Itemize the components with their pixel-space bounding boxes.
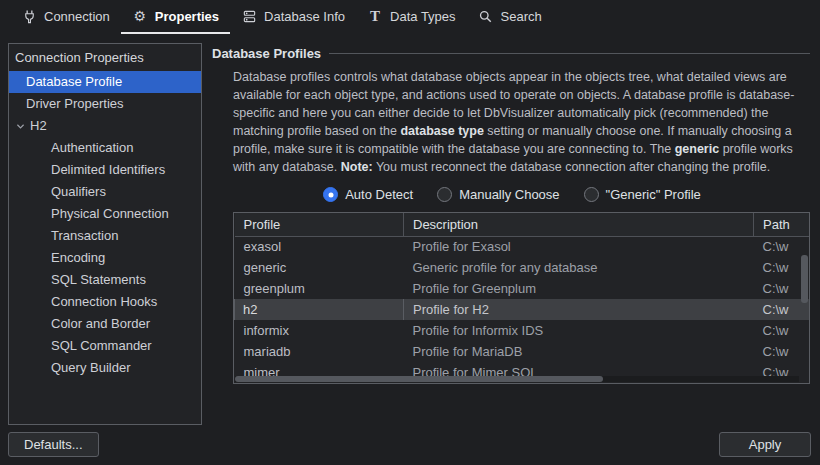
table-row-mariadb[interactable]: mariadb Profile for MariaDB C:\w xyxy=(235,341,810,362)
radio-generic-profile[interactable]: "Generic" Profile xyxy=(584,187,701,202)
top-tab-bar: Connection ⚙ Properties Database Info T … xyxy=(0,0,820,34)
tab-properties[interactable]: ⚙ Properties xyxy=(121,0,230,34)
radio-label: "Generic" Profile xyxy=(606,187,701,202)
sidebar-item-label: Database Profile xyxy=(26,71,122,93)
sidebar-item-color-and-border[interactable]: Color and Border xyxy=(9,313,201,335)
desc-text: You must reconnect the database connecti… xyxy=(373,160,771,174)
sidebar-item-label: Driver Properties xyxy=(26,93,124,115)
sidebar-item-label: Connection Hooks xyxy=(51,291,157,313)
sidebar-item-label: Query Builder xyxy=(51,357,130,379)
tab-data-types-label: Data Types xyxy=(390,9,456,24)
tab-database-info[interactable]: Database Info xyxy=(230,0,356,34)
app-window: Connection ⚙ Properties Database Info T … xyxy=(0,0,820,465)
cell-profile: h2 xyxy=(235,299,404,320)
sidebar-item-sql-statements[interactable]: SQL Statements xyxy=(9,269,201,291)
left-column: Connection Properties Database Profile D… xyxy=(8,43,202,457)
profile-description: Database profiles controls what database… xyxy=(233,68,810,176)
cell-description: Profile for MariaDB xyxy=(404,341,754,362)
sidebar-item-connection-hooks[interactable]: Connection Hooks xyxy=(9,291,201,313)
sidebar-item-sql-commander[interactable]: SQL Commander xyxy=(9,335,201,357)
type-icon: T xyxy=(367,8,383,24)
tab-search[interactable]: Search xyxy=(467,0,553,34)
table-row-h2-selected[interactable]: h2 Profile for H2 C:\w xyxy=(235,299,810,320)
cell-description: Profile for H2 xyxy=(404,299,754,320)
tab-search-label: Search xyxy=(501,9,542,24)
apply-button[interactable]: Apply xyxy=(719,432,811,457)
desc-bold-database-type: database type xyxy=(400,124,483,138)
desc-bold-note: Note: xyxy=(341,160,373,174)
tab-properties-label: Properties xyxy=(155,9,219,24)
profile-mode-radio-group: Auto Detect Manually Choose "Generic" Pr… xyxy=(212,187,812,202)
content-area: Connection Properties Database Profile D… xyxy=(0,34,820,465)
sidebar-item-physical-connection[interactable]: Physical Connection xyxy=(9,203,201,225)
cell-profile: exasol xyxy=(235,236,404,257)
sidebar-item-label: Authentication xyxy=(51,137,133,159)
cell-path: C:\w xyxy=(754,341,810,362)
gear-icon: ⚙ xyxy=(132,8,148,24)
sidebar-item-delimited-identifiers[interactable]: Delimited Identifiers xyxy=(9,159,201,181)
radio-unselected-icon xyxy=(584,187,599,202)
cell-path: C:\w xyxy=(754,299,810,320)
sidebar-item-authentication[interactable]: Authentication xyxy=(9,137,201,159)
sidebar-item-label: H2 xyxy=(30,115,47,137)
table-row-exasol[interactable]: exasol Profile for Exasol C:\w xyxy=(235,236,810,257)
sidebar-item-label: Color and Border xyxy=(51,313,150,335)
radio-auto-detect[interactable]: Auto Detect xyxy=(323,187,413,202)
table-row-greenplum[interactable]: greenplum Profile for Greenplum C:\w xyxy=(235,278,810,299)
sidebar-item-label: Transaction xyxy=(51,225,118,247)
column-header-profile[interactable]: Profile xyxy=(235,213,404,236)
defaults-button[interactable]: Defaults... xyxy=(8,432,99,457)
sidebar-item-label: Qualifiers xyxy=(51,181,106,203)
radio-unselected-icon xyxy=(437,187,452,202)
section-header: Database Profiles xyxy=(212,46,812,61)
cell-profile: informix xyxy=(235,320,404,341)
sidebar-item-h2[interactable]: H2 xyxy=(9,115,201,137)
cell-profile: mariadb xyxy=(235,341,404,362)
cell-profile: generic xyxy=(235,257,404,278)
cell-description: Profile for Informix IDS xyxy=(404,320,754,341)
tab-connection-label: Connection xyxy=(44,9,110,24)
cell-path: C:\w xyxy=(754,320,810,341)
radio-label: Manually Choose xyxy=(459,187,559,202)
sidebar-item-database-profile[interactable]: Database Profile xyxy=(9,71,201,93)
table-row-generic[interactable]: generic Generic profile for any database… xyxy=(235,257,810,278)
server-icon xyxy=(241,8,257,24)
cell-path: C:\w xyxy=(754,236,810,257)
cell-description: Profile for Greenplum xyxy=(404,278,754,299)
main-panel: Database Profiles Database profiles cont… xyxy=(212,43,812,457)
plug-icon xyxy=(21,8,37,24)
sidebar-item-driver-properties[interactable]: Driver Properties xyxy=(9,93,201,115)
page-title: Database Profiles xyxy=(212,46,321,61)
sidebar-item-transaction[interactable]: Transaction xyxy=(9,225,201,247)
column-header-path[interactable]: Path xyxy=(754,213,810,236)
sidebar-item-qualifiers[interactable]: Qualifiers xyxy=(9,181,201,203)
sidebar-item-label: SQL Statements xyxy=(51,269,146,291)
connection-properties-tree: Connection Properties Database Profile D… xyxy=(8,43,202,425)
table-header-row: Profile Description Path xyxy=(235,213,810,236)
sidebar-item-label: Physical Connection xyxy=(51,203,169,225)
vertical-scrollbar[interactable] xyxy=(801,255,808,303)
sidebar-item-query-builder[interactable]: Query Builder xyxy=(9,357,201,379)
section-divider xyxy=(329,53,810,54)
sidebar-item-label: Encoding xyxy=(51,247,105,269)
radio-label: Auto Detect xyxy=(345,187,413,202)
tab-database-info-label: Database Info xyxy=(264,9,345,24)
sidebar-item-label: Delimited Identifiers xyxy=(51,159,165,181)
cell-description: Generic profile for any database xyxy=(404,257,754,278)
tab-connection[interactable]: Connection xyxy=(10,0,121,34)
table-row-informix[interactable]: informix Profile for Informix IDS C:\w xyxy=(235,320,810,341)
horizontal-scrollbar[interactable] xyxy=(235,376,603,382)
tab-data-types[interactable]: T Data Types xyxy=(356,0,467,34)
desc-bold-generic: generic xyxy=(675,142,719,156)
sidebar-item-encoding[interactable]: Encoding xyxy=(9,247,201,269)
cell-profile: greenplum xyxy=(235,278,404,299)
sidebar-header: Connection Properties xyxy=(9,46,201,71)
radio-selected-icon xyxy=(323,187,338,202)
sidebar-item-label: SQL Commander xyxy=(51,335,152,357)
column-header-description[interactable]: Description xyxy=(404,213,754,236)
profiles-table: Profile Description Path exasol Profile … xyxy=(233,212,810,384)
search-icon xyxy=(478,8,494,24)
cell-description: Profile for Exasol xyxy=(404,236,754,257)
chevron-down-icon[interactable] xyxy=(13,119,27,133)
radio-manually-choose[interactable]: Manually Choose xyxy=(437,187,559,202)
